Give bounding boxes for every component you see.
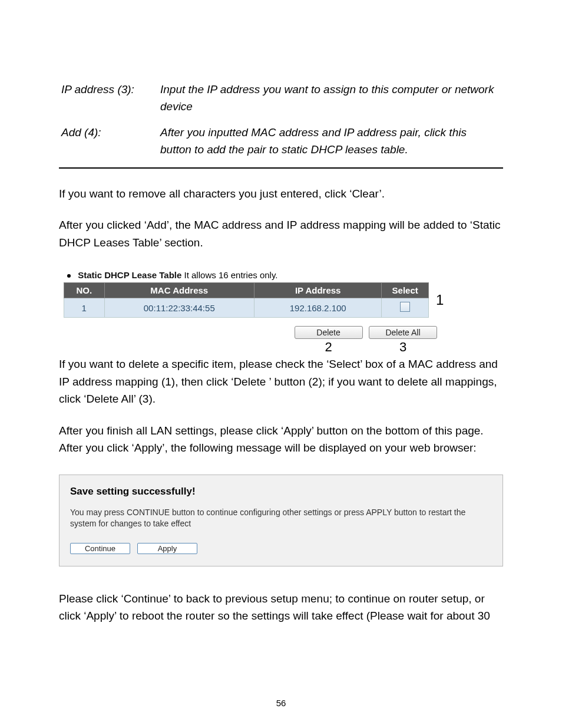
save-success-header: Save setting successfully! (70, 486, 492, 498)
def-desc: Input the IP address you want to assign … (158, 77, 503, 120)
table-row: 1 00:11:22:33:44:55 192.168.2.100 (64, 298, 429, 318)
bullet-icon (67, 274, 71, 278)
page-number: 56 (0, 698, 562, 708)
lease-title-bold: Static DHCP Lease Table (78, 270, 181, 280)
cell-mac: 00:11:22:33:44:55 (104, 298, 254, 318)
delete-all-button[interactable]: Delete All 3 (369, 326, 437, 339)
divider (59, 167, 503, 169)
delete-all-button-label: Delete All (385, 328, 420, 337)
continue-button[interactable]: Continue (70, 543, 130, 554)
th-select: Select (382, 283, 429, 298)
cell-ip: 192.168.2.100 (254, 298, 381, 318)
select-checkbox[interactable] (400, 302, 410, 312)
callout-marker-2: 2 (325, 340, 332, 355)
callout-marker-1: 1 (436, 292, 444, 308)
th-mac: MAC Address (104, 283, 254, 298)
static-dhcp-lease-table: NO. MAC Address IP Address Select 1 00:1… (64, 282, 429, 318)
paragraph: If you want to remove all characters you… (59, 185, 503, 202)
def-desc: After you inputted MAC address and IP ad… (158, 120, 503, 163)
cell-select (382, 298, 429, 318)
lease-table-title: Static DHCP Lease Table It allows 16 ent… (66, 270, 498, 280)
th-no: NO. (64, 283, 105, 298)
paragraph: After you clicked ‘Add’, the MAC address… (59, 216, 503, 251)
lease-title-rest: It allows 16 entries only. (181, 270, 277, 280)
delete-button[interactable]: Delete 2 (295, 326, 363, 339)
th-ip: IP Address (254, 283, 381, 298)
save-success-message: You may press CONTINUE button to continu… (70, 507, 492, 530)
delete-button-label: Delete (316, 328, 340, 337)
def-term: IP address (3): (59, 77, 158, 120)
paragraph: If you want to delete a specific item, p… (59, 355, 503, 407)
paragraph: Please click ‘Continue’ to back to previ… (59, 590, 503, 625)
apply-button[interactable]: Apply (137, 543, 197, 554)
save-success-box: Save setting successfully! You may press… (59, 475, 503, 566)
definitions-table: IP address (3): Input the IP address you… (59, 77, 503, 163)
callout-marker-3: 3 (399, 340, 406, 355)
cell-no: 1 (64, 298, 105, 318)
lease-table-figure: Static DHCP Lease Table It allows 16 ent… (59, 270, 503, 339)
def-term: Add (4): (59, 120, 158, 163)
paragraph: After you finish all LAN settings, pleas… (59, 422, 503, 457)
